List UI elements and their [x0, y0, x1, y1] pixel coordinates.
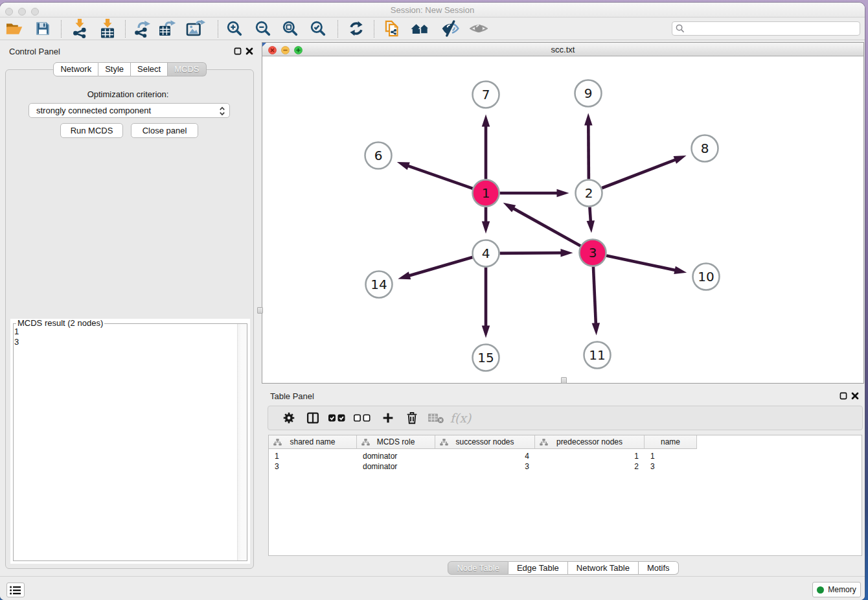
table-panel: Table Panel f(x) shared nameMCDS rolesuc…	[262, 387, 865, 577]
home-button[interactable]	[411, 20, 430, 37]
column-header-MCDS-role[interactable]: MCDS role	[357, 435, 435, 449]
tab-style[interactable]: Style	[98, 62, 131, 76]
edge-2-9[interactable]	[588, 124, 589, 179]
search-input[interactable]	[672, 21, 860, 36]
export-net-icon	[133, 19, 152, 38]
table-settings-button[interactable]	[282, 411, 296, 425]
vertical-split-grip[interactable]	[257, 307, 263, 314]
function-builder-button[interactable]: f(x)	[450, 411, 472, 425]
cell-MCDS-role: dominator	[357, 461, 435, 472]
delete-column-button[interactable]	[405, 411, 420, 426]
selected-option-label: strongly connected component	[36, 106, 151, 115]
select-all-columns-button[interactable]	[328, 414, 346, 422]
memory-status-dot	[817, 586, 824, 594]
cell-predecessor-nodes: 2	[535, 461, 645, 472]
edge-3-11[interactable]	[593, 266, 596, 324]
tab-edge-table[interactable]: Edge Table	[508, 561, 568, 575]
tab-mcds[interactable]: MCDS	[168, 62, 206, 76]
cell-name: 3	[645, 461, 697, 472]
search-icon	[676, 24, 685, 33]
edge-arrow-2-8	[674, 156, 687, 164]
tab-network-table[interactable]: Network Table	[568, 561, 639, 575]
delete-table-button[interactable]	[428, 411, 444, 424]
mcds-result-scrollbar[interactable]	[237, 324, 247, 560]
gear-icon	[282, 411, 296, 425]
edge-3-1[interactable]	[512, 208, 580, 246]
window-titlebar[interactable]: Session: New Session	[0, 3, 865, 17]
unselect-all-columns-button[interactable]	[354, 414, 371, 422]
save-session-button[interactable]	[35, 21, 51, 36]
network-window-titlebar[interactable]: scc.txt	[262, 43, 863, 56]
column-header-label: MCDS role	[377, 437, 415, 446]
edge-4-3[interactable]	[499, 253, 562, 253]
column-header-name[interactable]: name	[645, 435, 697, 449]
tab-motifs[interactable]: Motifs	[639, 561, 679, 575]
edge-arrow-2-3	[587, 220, 595, 233]
table-row[interactable]: 3dominator323	[269, 461, 697, 472]
export-table-button[interactable]	[158, 20, 176, 37]
export-network-button[interactable]	[133, 19, 152, 38]
float-panel-icon[interactable]	[234, 47, 242, 55]
table-row[interactable]: 1dominator411	[269, 451, 697, 461]
float-panel-icon[interactable]	[839, 392, 847, 400]
control-panel: Control Panel NetworkStyleSelectMCDS Opt…	[0, 40, 256, 575]
homes-icon	[411, 20, 430, 37]
edge-arrow-1-6	[397, 162, 410, 170]
refresh-button[interactable]	[348, 21, 365, 37]
network-window-title: scc.txt	[262, 45, 863, 54]
hide-graphics-details-button[interactable]	[441, 20, 459, 37]
toolbar-separator	[374, 20, 374, 38]
column-header-shared-name[interactable]: shared name	[269, 435, 357, 449]
import-net-icon	[71, 19, 88, 38]
check-pair-icon	[328, 414, 346, 422]
edge-4-14[interactable]	[409, 257, 473, 276]
horizontal-split-grip[interactable]	[561, 377, 567, 384]
create-column-button[interactable]	[382, 411, 395, 425]
import-table-button[interactable]	[99, 19, 116, 38]
column-header-predecessor-nodes[interactable]: predecessor nodes	[535, 435, 645, 449]
edge-2-8[interactable]	[602, 159, 676, 188]
zoom-out-button[interactable]	[255, 20, 271, 37]
graph-node-label-11: 11	[589, 347, 605, 363]
column-header-label: predecessor nodes	[556, 437, 622, 446]
edge-3-10[interactable]	[606, 255, 676, 270]
trash-icon	[405, 411, 420, 426]
tab-select[interactable]: Select	[131, 62, 168, 76]
mcds-result-group: MCDS result (2 nodes) 1 3	[10, 319, 250, 564]
window-title: Session: New Session	[0, 5, 865, 15]
open-session-button[interactable]	[5, 21, 23, 36]
edge-arrow-2-9	[584, 113, 592, 125]
zoom-in-button[interactable]	[226, 20, 243, 37]
control-panel-title: Control Panel	[9, 47, 60, 56]
close-panel-icon[interactable]	[851, 392, 859, 400]
edge-2-3[interactable]	[589, 207, 591, 222]
column-header-label: successor nodes	[455, 437, 514, 446]
duplicate-network-button[interactable]	[383, 20, 400, 37]
column-layout-button[interactable]	[306, 411, 320, 425]
show-graphics-details-button[interactable]	[470, 20, 488, 37]
run-mcds-button[interactable]: Run MCDS	[60, 123, 123, 138]
graph-node-label-2: 2	[585, 185, 593, 201]
memory-button[interactable]: Memory	[812, 582, 861, 597]
toolbar-separator	[61, 20, 62, 38]
edge-1-6[interactable]	[407, 166, 473, 189]
close-panel-button[interactable]: Close panel	[131, 123, 198, 138]
import-network-button[interactable]	[71, 19, 88, 38]
mcds-result-title: MCDS result (2 nodes)	[16, 319, 104, 328]
zoom-selected-button[interactable]	[310, 20, 326, 37]
edge-arrow-3-1	[503, 203, 516, 213]
tab-network[interactable]: Network	[53, 62, 98, 76]
zoom-fit-button[interactable]	[282, 20, 299, 37]
export-image-button[interactable]	[186, 20, 205, 37]
mcds-result-text[interactable]: 1 3	[14, 327, 19, 347]
optimization-criterion-select[interactable]: strongly connected component	[29, 103, 230, 118]
column-header-label: shared name	[290, 437, 335, 446]
table-x-icon	[428, 411, 444, 424]
column-header-successor-nodes[interactable]: successor nodes	[435, 435, 535, 449]
show-panels-button[interactable]	[6, 583, 25, 597]
tab-node-table[interactable]: Node Table	[448, 561, 508, 575]
graph-node-label-1: 1	[482, 185, 490, 201]
network-canvas[interactable]: 7968124314101511	[262, 56, 863, 383]
close-panel-icon[interactable]	[246, 47, 253, 55]
graph-node-label-9: 9	[584, 86, 593, 101]
